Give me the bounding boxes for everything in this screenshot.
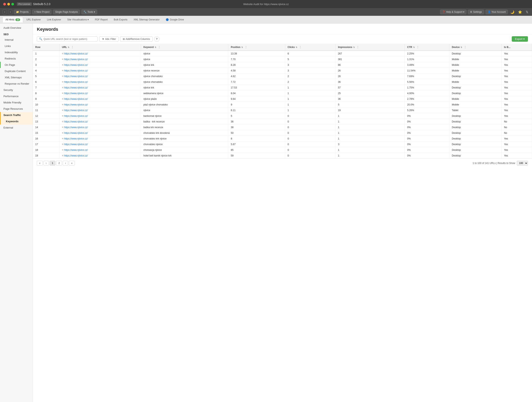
sidebar-item-page-resources[interactable]: Page Resources xyxy=(0,106,33,112)
row-menu-icon[interactable]: ≡ xyxy=(62,148,63,151)
tab-google-drive[interactable]: 🔵 Google Drive xyxy=(163,17,187,22)
account-button[interactable]: 👤 Your Account xyxy=(485,10,508,14)
sidebar-item-indexability[interactable]: Indexability xyxy=(0,49,33,56)
prev-page-button[interactable]: ‹ xyxy=(44,161,49,166)
row-menu-icon[interactable]: ≡ xyxy=(62,131,63,134)
row-menu-icon[interactable]: ≡ xyxy=(62,86,63,89)
first-page-button[interactable]: « xyxy=(37,161,43,166)
sidebar-item-mobile-friendly[interactable]: Mobile Friendly xyxy=(0,99,33,106)
url-link[interactable]: https://www.njivice.cz/ xyxy=(64,98,88,100)
sidebar-item-external[interactable]: External xyxy=(0,124,33,131)
row-menu-icon[interactable]: ≡ xyxy=(62,80,63,83)
url-link[interactable]: https://www.njivice.cz/ xyxy=(64,58,88,61)
row-menu-icon[interactable]: ≡ xyxy=(62,126,63,129)
help-button[interactable]: ❓ Help & Support ▾ xyxy=(440,10,467,14)
last-page-button[interactable]: » xyxy=(69,161,75,166)
col-impressions[interactable]: Impressions ⇅ ⋮ xyxy=(336,44,405,51)
sidebar-item-on-page[interactable]: On Page xyxy=(0,62,33,68)
row-menu-icon[interactable]: ≡ xyxy=(62,69,63,72)
forward-button[interactable]: › xyxy=(8,10,13,14)
search-box[interactable]: 🔍 xyxy=(37,37,98,42)
sidebar-item-security[interactable]: Security xyxy=(0,87,33,93)
sidebar-item-duplicate-content[interactable]: Duplicate Content xyxy=(0,68,33,74)
url-link[interactable]: https://www.njivice.cz/ xyxy=(64,52,88,55)
tab-all-hints[interactable]: All Hints 15 xyxy=(2,17,23,23)
tab-link-explorer[interactable]: Link Explorer xyxy=(44,17,64,22)
page-1-button[interactable]: 1 xyxy=(50,161,56,166)
col-clicks[interactable]: Clicks ⇅ ⋮ xyxy=(285,44,336,51)
col-url[interactable]: URL ⇅ ⋮ xyxy=(59,44,141,51)
row-menu-icon[interactable]: ≡ xyxy=(62,154,63,157)
url-link[interactable]: https://www.njivice.cz/ xyxy=(64,75,88,78)
url-link[interactable]: https://www.njivice.cz/ xyxy=(64,143,88,146)
row-menu-icon[interactable]: ≡ xyxy=(62,103,63,106)
tab-xml-sitemap[interactable]: XML Sitemap Generator xyxy=(131,17,163,22)
url-link[interactable]: https://www.njivice.cz/ xyxy=(64,132,88,134)
cell-url: ≡ https://www.njivice.cz/ xyxy=(59,79,141,85)
row-menu-icon[interactable]: ≡ xyxy=(62,75,63,78)
search-input[interactable] xyxy=(44,38,95,40)
sidebar-item-audit-overview[interactable]: Audit Overview xyxy=(0,25,33,31)
add-remove-cols-button[interactable]: ⊞ Add/Remove Columns xyxy=(120,37,152,42)
single-page-button[interactable]: Single Page Analysis xyxy=(53,10,80,14)
back-button[interactable]: ‹ xyxy=(2,10,7,14)
tab-pdf-report[interactable]: PDF Report xyxy=(92,17,110,22)
row-menu-icon[interactable]: ≡ xyxy=(62,92,63,95)
help-button-table[interactable]: ? xyxy=(154,37,159,42)
col-is-branded[interactable]: Is B... xyxy=(501,44,532,51)
tab-bulk-exports[interactable]: Bulk Exports xyxy=(111,17,130,22)
url-link[interactable]: https://www.njivice.cz/ xyxy=(64,148,88,151)
row-menu-icon[interactable]: ≡ xyxy=(62,97,63,100)
url-link[interactable]: https://www.njivice.cz/ xyxy=(64,115,88,118)
export-button[interactable]: Export ▾ xyxy=(512,36,528,42)
dark-mode-button[interactable]: 🌙 xyxy=(509,10,516,14)
sidebar-item-search-traffic[interactable]: Search Traffic xyxy=(0,112,33,118)
url-link[interactable]: https://www.njivice.cz/ xyxy=(64,137,88,140)
sidebar-item-keywords[interactable]: Keywords xyxy=(0,118,33,124)
url-link[interactable]: https://www.njivice.cz/ xyxy=(64,109,88,112)
cell-row: 4 xyxy=(33,68,59,74)
row-menu-icon[interactable]: ≡ xyxy=(62,52,63,55)
col-keyword[interactable]: Keyword ⇅ ⋮ xyxy=(141,44,228,51)
adv-filter-button[interactable]: ▼ Adv. Filter xyxy=(99,37,119,42)
url-link[interactable]: https://www.njivice.cz/ xyxy=(64,69,88,72)
row-menu-icon[interactable]: ≡ xyxy=(62,143,63,146)
maximize-button[interactable] xyxy=(11,3,14,6)
url-link[interactable]: https://www.njivice.cz/ xyxy=(64,154,88,157)
projects-button[interactable]: 📁 Projects xyxy=(14,10,31,14)
row-menu-icon[interactable]: ≡ xyxy=(62,120,63,123)
url-link[interactable]: https://www.njivice.cz/ xyxy=(64,86,88,89)
url-link[interactable]: https://www.njivice.cz/ xyxy=(64,80,88,83)
col-device[interactable]: Device ⇅ ⋮ xyxy=(449,44,501,51)
row-menu-icon[interactable]: ≡ xyxy=(62,109,63,112)
results-per-page-select[interactable]: 100 50 25 xyxy=(517,161,528,166)
sidebar-item-xml-sitemaps[interactable]: XML Sitemaps xyxy=(0,74,33,80)
url-link[interactable]: https://www.njivice.cz/ xyxy=(64,92,88,95)
sidebar-item-internal[interactable]: Internal xyxy=(0,37,33,43)
url-link[interactable]: https://www.njivice.cz/ xyxy=(64,64,88,66)
settings-button[interactable]: ⚙ Settings xyxy=(468,10,484,14)
tools-button[interactable]: 🔧 Tools ▾ xyxy=(81,10,97,14)
sidebar-item-performance[interactable]: Performance xyxy=(0,93,33,99)
twitter-button[interactable]: 𝕏 xyxy=(525,10,530,14)
url-link[interactable]: https://www.njivice.cz/ xyxy=(64,120,88,123)
tab-url-explorer[interactable]: URL Explorer xyxy=(24,17,44,22)
page-2-button[interactable]: 2 xyxy=(56,161,62,166)
row-menu-icon[interactable]: ≡ xyxy=(62,63,63,66)
col-position[interactable]: Position ⇅ ⋮ xyxy=(228,44,285,51)
url-link[interactable]: https://www.njivice.cz/ xyxy=(64,126,88,129)
sidebar-item-redirects[interactable]: Redirects xyxy=(0,56,33,62)
sidebar-item-links[interactable]: Links xyxy=(0,43,33,49)
col-ctr[interactable]: CTR ⇅ ⋮ xyxy=(405,44,449,51)
tab-site-visualisations[interactable]: Site Visualisations ▾ xyxy=(64,17,92,22)
row-menu-icon[interactable]: ≡ xyxy=(62,137,63,140)
close-button[interactable] xyxy=(3,3,6,6)
url-link[interactable]: https://www.njivice.cz/ xyxy=(64,103,88,106)
star-button[interactable]: ⭐ xyxy=(517,10,523,14)
row-menu-icon[interactable]: ≡ xyxy=(62,114,63,118)
new-project-button[interactable]: + New Project xyxy=(32,10,52,14)
sidebar-item-response-vs-render[interactable]: Response vs Render xyxy=(0,80,33,87)
next-page-button[interactable]: › xyxy=(63,161,68,166)
row-menu-icon[interactable]: ≡ xyxy=(62,58,63,61)
minimize-button[interactable] xyxy=(7,3,10,6)
